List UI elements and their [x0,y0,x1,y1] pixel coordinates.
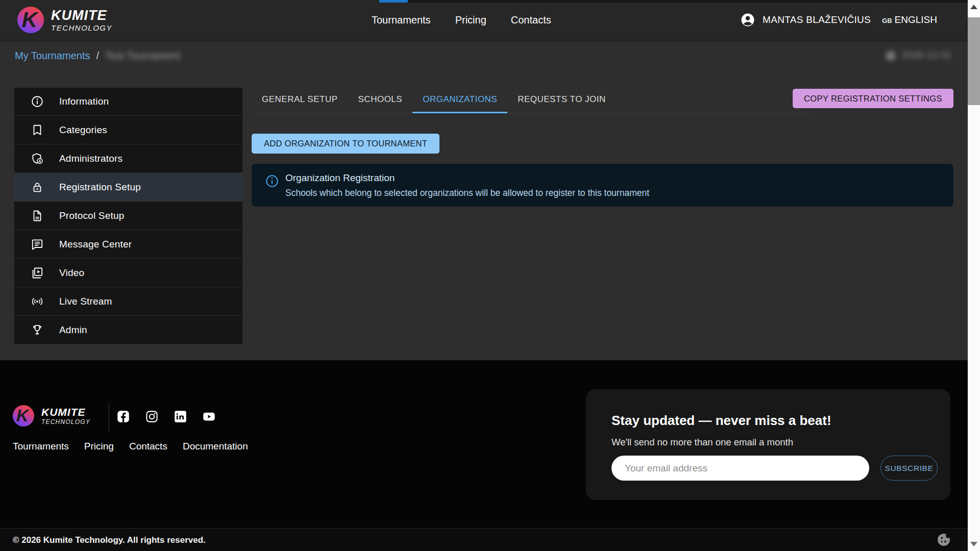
newsletter-card: Stay updated — never miss a beat! We'll … [586,389,950,500]
footer-link-documentation[interactable]: Documentation [183,441,248,452]
email-input[interactable] [611,456,869,481]
top-navigation: Tournaments Pricing Contacts [372,0,551,40]
language-code: GB [882,17,892,24]
bottom-bar: © 2026 Kumite Technology. All rights res… [0,528,980,551]
chat-icon [31,238,44,251]
brand-logo[interactable]: K KUMITE TECHNOLOGY [17,7,112,33]
logo-k-letter: K [16,7,43,33]
sidebar-menu: Information Categories Administrators Re… [14,87,242,344]
alert-body: Schools which belong to selected organiz… [285,188,649,198]
bookmark-icon [31,123,44,137]
newsletter-title: Stay updated — never miss a beat! [611,413,831,429]
sidebar-item-categories[interactable]: Categories [14,116,242,144]
calendar-icon [885,49,897,61]
footer-links: Tournaments Pricing Contacts Documentati… [13,441,248,452]
footer-divider [109,403,109,432]
add-organization-button[interactable]: ADD ORGANIZATION TO TOURNAMENT [252,134,439,154]
sidebar-item-admin[interactable]: Admin [14,316,242,344]
scrollbar-down-arrow-icon[interactable] [970,542,977,546]
tab-requests-to-join[interactable]: REQUESTS TO JOIN [507,87,616,113]
tab-bar: GENERAL SETUP SCHOOLS ORGANIZATIONS REQU… [252,87,813,113]
brand-subtitle: TECHNOLOGY [51,24,112,32]
nav-tournaments[interactable]: Tournaments [372,14,431,26]
tournament-date-blurred: 2026-12-31 [902,49,951,61]
footer-link-pricing[interactable]: Pricing [84,441,114,452]
logo-k-letter: K [12,405,33,427]
newsletter-subtitle: We'll send no more than one email a mont… [611,437,793,448]
sidebar-item-label: Protocol Setup [59,210,124,221]
linkedin-icon[interactable] [174,410,187,423]
header: K KUMITE TECHNOLOGY Tournaments Pricing … [0,0,968,40]
breadcrumb-current-blurred: Test Tournament [105,50,181,62]
sidebar-item-information[interactable]: Information [14,87,242,116]
nav-pricing[interactable]: Pricing [455,14,486,26]
document-icon [31,209,44,222]
info-icon [31,95,44,108]
browser-tab-strip [408,0,968,3]
sidebar-item-live-stream[interactable]: Live Stream [14,287,242,316]
broadcast-icon [31,295,44,308]
tab-schools[interactable]: SCHOOLS [348,87,413,113]
alert-title: Organization Registration [285,172,395,184]
brand-title: KUMITE [41,407,90,417]
lock-icon [31,181,44,194]
brand-title: KUMITE [51,9,112,22]
tournament-date-badge: 2026-12-31 [885,49,951,61]
copy-registration-settings-button[interactable]: COPY REGISTRATION SETTINGS [793,89,953,108]
youtube-icon[interactable] [202,410,216,423]
nav-contacts[interactable]: Contacts [511,14,551,26]
sidebar-item-label: Message Center [59,239,132,250]
footer: K KUMITE TECHNOLOGY Tournaments Pr [0,360,980,528]
sidebar-item-registration-setup[interactable]: Registration Setup [14,173,242,202]
info-icon [265,174,279,188]
user-menu[interactable]: MANTAS BLAŽEVIČIUS GB ENGLISH [740,0,937,40]
video-library-icon [31,266,44,280]
sidebar-item-label: Registration Setup [59,182,141,193]
tab-general-setup[interactable]: GENERAL SETUP [252,87,348,113]
logo-circle-icon: K [17,7,44,33]
brand-subtitle: TECHNOLOGY [41,419,90,425]
language-selector[interactable]: GB ENGLISH [882,14,937,26]
sidebar-item-label: Categories [59,124,107,136]
sidebar-item-message-center[interactable]: Message Center [14,230,242,259]
admin-shield-icon [31,152,44,165]
trophy-icon [31,323,44,337]
footer-link-contacts[interactable]: Contacts [129,441,167,452]
breadcrumb: My Tournaments / Test Tournament [15,50,181,62]
sidebar-item-protocol-setup[interactable]: Protocol Setup [14,202,242,230]
social-links [116,410,216,423]
subscribe-button[interactable]: SUBSCRIBE [880,456,938,481]
sidebar-item-label: Administrators [59,153,122,164]
organization-registration-alert: Organization Registration Schools which … [252,164,953,207]
breadcrumb-separator: / [96,50,99,62]
sidebar-item-label: Admin [59,324,87,336]
user-name: MANTAS BLAŽEVIČIUS [763,14,871,26]
scrollbar-thumb[interactable] [968,17,980,105]
copyright-text: © 2026 Kumite Technology. All rights res… [13,535,206,545]
page: K KUMITE TECHNOLOGY Tournaments Pricing … [0,0,980,551]
logo-circle-icon: K [13,405,34,427]
sidebar-item-video[interactable]: Video [14,259,242,287]
facebook-icon[interactable] [116,410,130,423]
scrollbar[interactable] [968,0,980,551]
cookie-settings-icon[interactable] [936,532,952,548]
language-name: ENGLISH [895,14,937,26]
footer-link-tournaments[interactable]: Tournaments [13,441,69,452]
avatar-icon [740,12,755,28]
sidebar-item-label: Video [59,267,84,279]
sidebar-item-label: Information [59,96,109,107]
breadcrumb-my-tournaments[interactable]: My Tournaments [15,50,90,62]
sidebar-item-label: Live Stream [59,296,112,307]
scrollbar-up-arrow-icon[interactable] [970,5,977,9]
browser-tab-indicator [379,0,408,3]
sidebar-item-administrators[interactable]: Administrators [14,144,242,173]
footer-logo[interactable]: K KUMITE TECHNOLOGY [13,405,90,427]
tab-organizations[interactable]: ORGANIZATIONS [412,87,507,113]
instagram-icon[interactable] [145,410,159,423]
